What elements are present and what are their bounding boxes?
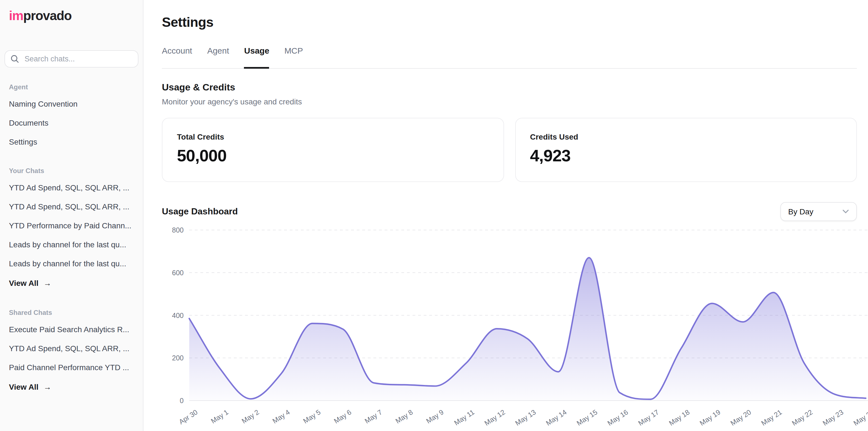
y-tick-label: 200 [172,354,184,362]
sidebar-section-shared-chats: Shared ChatsExecute Paid Search Analytic… [4,309,138,397]
x-tick-label: Apr 30 [178,408,199,426]
logo-rest: provado [23,8,71,23]
tab-account[interactable]: Account [162,46,192,68]
x-tick-label: May 22 [790,408,814,427]
credit-cards: Total Credits 50,000 Credits Used 4,923 [162,118,857,182]
tab-mcp[interactable]: MCP [284,46,303,68]
page-title: Settings [162,14,868,30]
settings-tabs: AccountAgentUsageMCP [162,46,857,69]
search-input[interactable] [24,54,132,64]
view-all-label: View All [9,382,38,391]
x-tick-label: May 7 [363,408,383,425]
total-credits-card: Total Credits 50,000 [162,118,504,182]
usage-dashboard-title: Usage Dashboard [162,207,238,217]
y-tick-label: 0 [180,397,184,404]
x-tick-label: May 12 [483,408,506,427]
arrow-right-icon: → [43,382,51,391]
sidebar-item-ytd-performance-by-paid-chann[interactable]: YTD Performance by Paid Chann... [4,216,138,235]
total-credits-value: 50,000 [177,146,489,165]
view-all-link[interactable]: View All→ [4,377,138,397]
sidebar-item-naming-convention[interactable]: Naming Convention [4,94,138,113]
sidebar-item-ytd-ad-spend-sql-sql-arr[interactable]: YTD Ad Spend, SQL, SQL ARR, ... [4,178,138,197]
credits-used-label: Credits Used [530,132,842,141]
chevron-down-icon [842,209,849,214]
section-header-agent: Agent [9,83,134,91]
settings-page: Settings AccountAgentUsageMCP Usage & Cr… [144,0,868,431]
sidebar-item-leads-by-channel-for-the-last-qu[interactable]: Leads by channel for the last qu... [4,235,138,254]
tab-agent[interactable]: Agent [207,46,229,68]
x-tick-label: May 1 [210,408,230,425]
y-tick-label: 800 [172,226,184,234]
sidebar-item-paid-channel-performance-ytd[interactable]: Paid Channel Performance YTD ... [4,358,138,377]
x-tick-label: May 9 [425,408,445,425]
period-dropdown-value: By Day [788,207,813,216]
credits-used-value: 4,923 [530,146,842,165]
y-tick-label: 400 [172,311,184,319]
tab-usage[interactable]: Usage [244,46,269,68]
x-tick-label: May 4 [271,408,291,425]
period-dropdown[interactable]: By Day [780,202,857,221]
chart-x-axis: Apr 30May 1May 2May 4May 5May 6May 7May … [178,408,868,427]
improvado-logo: improvado [9,8,138,24]
x-tick-label: May 18 [668,408,691,427]
chart-area-fill [189,258,866,401]
sidebar-item-execute-paid-search-analytics-r[interactable]: Execute Paid Search Analytics R... [4,320,138,339]
view-all-label: View All [9,279,38,287]
sidebar: improvado AgentNaming ConventionDocument… [0,0,144,431]
search-chats-box[interactable] [4,50,138,67]
usage-credits-heading: Usage & Credits [162,82,868,93]
y-tick-label: 600 [172,269,184,277]
app-window: improvado AgentNaming ConventionDocument… [0,0,868,431]
sidebar-item-ytd-ad-spend-sql-sql-arr[interactable]: YTD Ad Spend, SQL, SQL ARR, ... [4,339,138,358]
x-tick-label: May 23 [822,408,845,427]
sidebar-section-your-chats: Your ChatsYTD Ad Spend, SQL, SQL ARR, ..… [4,167,138,293]
credits-used-card: Credits Used 4,923 [515,118,857,182]
arrow-right-icon: → [43,279,51,287]
section-header-your-chats: Your Chats [9,167,134,175]
x-tick-label: May 20 [729,408,752,427]
x-tick-label: May 16 [606,408,629,427]
x-tick-label: May 6 [333,408,352,425]
x-tick-label: May 8 [394,408,414,425]
x-tick-label: May 13 [514,408,537,427]
usage-credits-subtitle: Monitor your agency's usage and credits [162,97,868,106]
logo-im: im [9,8,23,23]
usage-chart-container: 0200400600800 Apr 30May 1May 2May 4May 5… [162,225,868,431]
x-tick-label: May 11 [453,408,475,427]
x-tick-label: May 17 [637,408,660,427]
chart-y-axis: 0200400600800 [172,226,184,404]
usage-area-chart: 0200400600800 Apr 30May 1May 2May 4May 5… [162,225,868,431]
section-header-shared-chats: Shared Chats [9,309,134,316]
view-all-link[interactable]: View All→ [4,273,138,293]
sidebar-section-agent: AgentNaming ConventionDocumentsSettings [4,83,138,151]
x-tick-label: May 21 [760,408,783,427]
x-tick-label: May 15 [575,408,599,427]
sidebar-item-leads-by-channel-for-the-last-qu[interactable]: Leads by channel for the last qu... [4,254,138,273]
x-tick-label: May 14 [545,408,568,427]
x-tick-label: May 19 [698,408,722,427]
sidebar-sections: AgentNaming ConventionDocumentsSettingsY… [4,83,138,397]
x-tick-label: May 5 [302,408,322,425]
x-tick-label: May 24 [852,408,868,427]
x-tick-label: May 2 [240,408,260,425]
sidebar-item-documents[interactable]: Documents [4,113,138,132]
sidebar-item-ytd-ad-spend-sql-sql-arr[interactable]: YTD Ad Spend, SQL, SQL ARR, ... [4,197,138,216]
search-icon [10,55,19,63]
usage-dashboard-header: Usage Dashboard By Day [162,202,857,221]
total-credits-label: Total Credits [177,132,489,141]
sidebar-item-settings[interactable]: Settings [4,132,138,151]
